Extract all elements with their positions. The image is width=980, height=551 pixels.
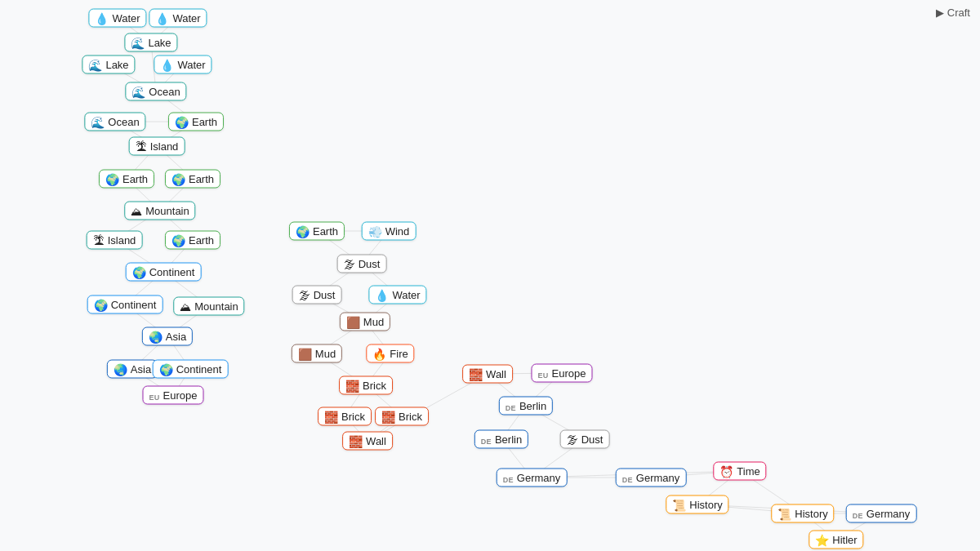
- node-continent1[interactable]: 🌍Continent: [126, 263, 202, 282]
- label-asia1: Asia: [166, 331, 186, 343]
- node-dust1[interactable]: 🌫Dust: [337, 255, 387, 273]
- node-germany1[interactable]: DEGermany: [497, 469, 568, 487]
- node-wall2[interactable]: 🧱Wall: [462, 365, 513, 384]
- node-time1[interactable]: ⏰Time: [713, 462, 766, 481]
- node-continent3[interactable]: 🌍Continent: [153, 360, 229, 379]
- label-earth2: Earth: [122, 173, 148, 185]
- node-history2[interactable]: 📜History: [771, 504, 834, 523]
- node-asia1[interactable]: 🌏Asia: [142, 327, 193, 346]
- label-water1: Water: [112, 12, 140, 24]
- label-ocean1: Ocean: [149, 86, 180, 98]
- icon-earth2: 🌍: [105, 173, 119, 184]
- node-history1[interactable]: 📜History: [666, 495, 728, 514]
- node-brick2[interactable]: 🧱Brick: [318, 407, 372, 426]
- node-water3[interactable]: 💧Water: [154, 56, 212, 74]
- label-brick3: Brick: [399, 411, 422, 423]
- node-island2[interactable]: 🏝Island: [87, 231, 143, 250]
- node-water2[interactable]: 💧Water: [149, 9, 207, 28]
- label-dust1: Dust: [359, 258, 381, 270]
- node-europe2[interactable]: EUEurope: [531, 364, 592, 383]
- badge-europe1: EU: [149, 393, 159, 401]
- node-ocean2[interactable]: 🌊Ocean: [84, 113, 145, 131]
- node-wind1[interactable]: 💨Wind: [362, 222, 416, 241]
- node-earth4[interactable]: 🌍Earth: [165, 231, 220, 250]
- badge-germany1: DE: [503, 475, 514, 483]
- icon-wall2: 🧱: [469, 368, 483, 380]
- node-mud2[interactable]: 🟫Mud: [292, 344, 342, 363]
- icon-brick3: 🧱: [381, 411, 395, 422]
- node-earth1[interactable]: 🌍Earth: [168, 113, 224, 131]
- icon-dust2: 🌫: [299, 289, 310, 300]
- label-asia2: Asia: [131, 363, 151, 375]
- label-island2: Island: [108, 234, 136, 247]
- node-water1[interactable]: 💧Water: [88, 9, 146, 28]
- label-germany1: Germany: [517, 472, 560, 484]
- node-brick3[interactable]: 🧱Brick: [375, 407, 429, 426]
- node-wall1[interactable]: 🧱Wall: [342, 432, 393, 451]
- label-earth4: Earth: [189, 234, 214, 247]
- node-fire1[interactable]: 🔥Fire: [366, 344, 414, 363]
- label-brick1: Brick: [363, 380, 386, 392]
- label-history2: History: [795, 508, 827, 520]
- label-germany3: Germany: [866, 508, 910, 520]
- node-dust3[interactable]: 🌫Dust: [560, 430, 610, 449]
- node-germany2[interactable]: DEGermany: [616, 469, 687, 487]
- label-lake1: Lake: [148, 37, 171, 49]
- node-mud1[interactable]: 🟫Mud: [340, 313, 390, 331]
- icon-asia2: 🌏: [114, 363, 127, 375]
- label-mud1: Mud: [363, 316, 384, 328]
- label-europe2: Europe: [552, 367, 586, 380]
- icon-island1: 🏝: [136, 140, 147, 152]
- icon-dust3: 🌫: [567, 433, 578, 445]
- label-berlin1: Berlin: [519, 400, 546, 412]
- icon-lake2: 🌊: [88, 59, 102, 70]
- icon-lake1: 🌊: [131, 37, 145, 48]
- icon-island2: 🏝: [93, 234, 105, 246]
- label-dust2: Dust: [314, 289, 336, 301]
- node-europe1[interactable]: EUEurope: [142, 386, 203, 405]
- label-mud2: Mud: [315, 348, 336, 360]
- icon-water4: 💧: [375, 289, 389, 300]
- node-water4[interactable]: 💧Water: [368, 286, 426, 304]
- node-continent2[interactable]: 🌍Continent: [87, 295, 163, 314]
- label-berlin2: Berlin: [495, 433, 522, 446]
- icon-europe2: EU: [537, 367, 548, 379]
- icon-mud1: 🟫: [346, 316, 360, 327]
- icon-berlin2: DE: [481, 433, 492, 445]
- node-island1[interactable]: 🏝Island: [129, 137, 185, 156]
- icon-wind1: 💨: [368, 225, 382, 237]
- icon-earth3: 🌍: [172, 173, 185, 184]
- node-germany3[interactable]: DEGermany: [846, 504, 917, 523]
- node-mountain2[interactable]: ⛰Mountain: [173, 297, 244, 316]
- icon-dust1: 🌫: [344, 258, 355, 269]
- node-berlin1[interactable]: DEBerlin: [499, 397, 553, 415]
- node-berlin2[interactable]: DEBerlin: [474, 430, 528, 449]
- node-mountain1[interactable]: ⛰Mountain: [124, 202, 195, 220]
- node-earth5[interactable]: 🌍Earth: [289, 222, 345, 241]
- icon-continent3: 🌍: [159, 363, 173, 375]
- node-lake2[interactable]: 🌊Lake: [82, 56, 135, 74]
- icon-germany3: DE: [853, 508, 863, 519]
- label-wind1: Wind: [385, 225, 410, 238]
- node-asia2[interactable]: 🌏Asia: [107, 360, 158, 379]
- node-brick1[interactable]: 🧱Brick: [339, 376, 393, 395]
- node-dust2[interactable]: 🌫Dust: [292, 286, 342, 304]
- icon-ocean1: 🌊: [131, 86, 145, 97]
- icon-asia1: 🌏: [149, 331, 163, 342]
- node-earth3[interactable]: 🌍Earth: [165, 170, 220, 189]
- badge-germany2: DE: [622, 475, 633, 483]
- icon-time1: ⏰: [719, 465, 733, 477]
- icon-germany1: DE: [503, 472, 514, 483]
- label-wall2: Wall: [486, 368, 506, 380]
- node-lake1[interactable]: 🌊Lake: [124, 33, 177, 52]
- node-ocean1[interactable]: 🌊Ocean: [125, 82, 186, 101]
- node-hitler1[interactable]: ⭐Hitler: [808, 531, 863, 549]
- icon-europe1: EU: [149, 389, 159, 401]
- label-brick2: Brick: [341, 411, 365, 423]
- node-earth2[interactable]: 🌍Earth: [99, 170, 154, 189]
- label-lake2: Lake: [105, 59, 128, 71]
- label-time1: Time: [737, 465, 760, 478]
- label-europe1: Europe: [163, 389, 198, 402]
- label-water4: Water: [392, 289, 420, 301]
- label-mountain1: Mountain: [145, 205, 189, 217]
